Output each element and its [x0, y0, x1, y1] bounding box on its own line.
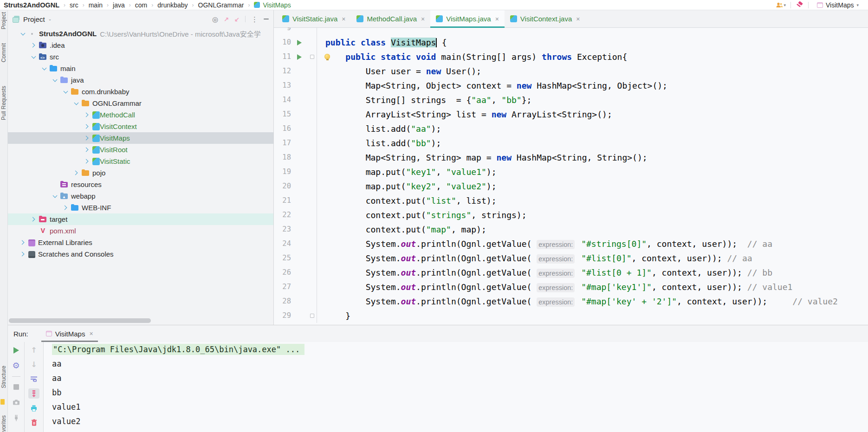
project-view-selector[interactable]: Project ⌄ — [13, 15, 212, 23]
fold-marker-icon[interactable] — [310, 314, 314, 318]
chevron-down-icon[interactable] — [41, 65, 48, 72]
chevron-right-icon[interactable] — [20, 251, 26, 258]
tree-item-main[interactable]: main — [8, 63, 273, 74]
chevron-right-icon[interactable] — [84, 135, 91, 142]
chevron-right-icon[interactable] — [84, 123, 91, 130]
hide-panel-icon[interactable] — [264, 19, 269, 19]
code-line-text[interactable]: list.add("bb"); — [317, 136, 868, 150]
code-line-text[interactable]: System.out.println(Ognl.getValue( expres… — [317, 280, 868, 294]
tree-item-external-libraries[interactable]: External Libraries — [8, 237, 273, 248]
chevron-right-icon[interactable] — [31, 42, 37, 49]
tree-item-visitroot[interactable]: VisitRoot — [8, 144, 273, 155]
users-icon[interactable]: ▾ — [776, 2, 786, 8]
breadcrumb-item[interactable]: drunkbaby — [157, 1, 188, 9]
editor-tab-visitmaps-java[interactable]: VisitMaps.java× — [430, 10, 505, 27]
tree-item-visitstatic[interactable]: VisitStatic — [8, 155, 273, 167]
toolwindow-button-structure[interactable]: Structure — [0, 366, 7, 388]
code-editor[interactable]: 910public class VisitMaps {11 public sta… — [274, 28, 868, 325]
build-hammer-icon[interactable] — [796, 1, 803, 8]
soft-wrap-icon[interactable] — [28, 374, 39, 384]
chevron-down-icon[interactable] — [63, 89, 69, 95]
attach-icon[interactable] — [11, 412, 22, 423]
scroll-to-end-icon[interactable] — [28, 388, 39, 399]
tree-item-resources[interactable]: resources — [8, 179, 273, 190]
close-icon[interactable]: × — [89, 330, 93, 337]
code-line-text[interactable]: context.put("list", list); — [317, 193, 868, 208]
close-icon[interactable]: × — [576, 15, 580, 23]
code-line-text[interactable]: public class VisitMaps { — [317, 35, 868, 50]
breadcrumb-item[interactable]: com — [135, 1, 147, 9]
stop-icon[interactable] — [11, 381, 22, 393]
run-console[interactable]: "C:\Program Files\Java\jdk1.8.0_65\bin\j… — [44, 342, 868, 432]
chevron-right-icon[interactable] — [20, 239, 26, 246]
chevron-down-icon[interactable] — [52, 193, 58, 200]
code-line-text[interactable]: } — [317, 309, 868, 323]
tree-item-visitmaps[interactable]: VisitMaps — [8, 132, 273, 144]
rerun-icon[interactable] — [11, 345, 22, 356]
chevron-down-icon[interactable] — [52, 77, 58, 84]
code-line-text[interactable] — [317, 28, 868, 35]
locate-icon[interactable]: ◎ — [212, 16, 218, 23]
code-line-text[interactable]: list.add("aa"); — [317, 122, 868, 136]
tree-item-methodcall[interactable]: MethodCall — [8, 109, 273, 121]
toolwindow-button-project[interactable]: Project — [0, 12, 7, 29]
chevron-down-icon[interactable] — [20, 31, 26, 37]
breadcrumb-item[interactable]: OGNLGrammar — [198, 1, 244, 9]
collapse-all-icon[interactable]: ↙ — [234, 16, 240, 22]
code-line-text[interactable]: map.put("key2", "value2"); — [317, 179, 868, 193]
breadcrumb-item[interactable]: VisitMaps — [254, 1, 291, 9]
close-icon[interactable]: × — [421, 15, 425, 23]
breadcrumb-item[interactable]: src — [70, 1, 78, 9]
editor-tab-visitcontext-java[interactable]: VisitContext.java× — [505, 10, 586, 27]
close-icon[interactable]: × — [495, 15, 499, 23]
chevron-down-icon[interactable] — [31, 54, 37, 60]
expand-all-icon[interactable]: ↗ — [224, 16, 229, 22]
settings-icon[interactable]: ⚙ — [11, 360, 22, 371]
breadcrumb-item[interactable]: Struts2AndOGNL — [4, 1, 59, 9]
tree-item-pom-xml[interactable]: Vpom.xml — [8, 225, 273, 237]
tree-item-visitcontext[interactable]: VisitContext — [8, 121, 273, 132]
intention-bulb-icon[interactable] — [324, 54, 330, 59]
editor-tab-methodcall-java[interactable]: MethodCall.java× — [351, 10, 430, 27]
tree-item-target[interactable]: target — [8, 213, 273, 225]
up-arrow-icon[interactable]: ↑ — [28, 345, 39, 355]
code-line-text[interactable]: System.out.println(Ognl.getValue( expres… — [317, 251, 868, 265]
chevron-right-icon[interactable] — [84, 112, 91, 118]
tree-item-struts2andognl[interactable]: Struts2AndOGNLC:\Users\VanHurts\OneDrive… — [8, 28, 273, 39]
toolwindow-button-pull-requests[interactable]: Pull Requests — [0, 86, 7, 120]
code-line-text[interactable]: map.put("key1", "value1"); — [317, 165, 868, 179]
code-line-text[interactable]: String[] strings = {"aa", "bb"}; — [317, 93, 868, 107]
thread-dump-icon[interactable] — [11, 397, 22, 408]
run-line-icon[interactable] — [297, 54, 302, 60]
toolwindow-button-favorites[interactable]: Favorites — [0, 415, 7, 432]
down-arrow-icon[interactable]: ↓ — [28, 359, 39, 369]
code-line-text[interactable]: public static void main(String[] args) t… — [317, 50, 868, 64]
chevron-right-icon[interactable] — [84, 147, 91, 153]
code-line-text[interactable]: context.put("strings", strings); — [317, 208, 868, 222]
tree-item--idea[interactable]: .idea — [8, 39, 273, 51]
tree-item-scratches-and-consoles[interactable]: Scratches and Consoles — [8, 248, 273, 260]
code-line-text[interactable]: System.out.println(Ognl.getValue( expres… — [317, 237, 868, 251]
tree-item-src[interactable]: <>src — [8, 51, 273, 63]
chevron-right-icon[interactable] — [63, 205, 69, 211]
code-line-text[interactable]: ArrayList<String> list = new ArrayList<S… — [317, 107, 868, 122]
clear-all-icon[interactable] — [28, 418, 39, 428]
horizontal-scrollbar[interactable] — [9, 318, 151, 323]
code-line-text[interactable]: System.out.println(Ognl.getValue( expres… — [317, 294, 868, 309]
fold-marker-icon[interactable] — [310, 55, 314, 59]
tree-item-com-drunkbaby[interactable]: com.drunkbaby — [8, 86, 273, 97]
code-line-text[interactable]: Map<String, String> map = new HashMap<St… — [317, 150, 868, 165]
run-line-icon[interactable] — [297, 40, 302, 45]
breadcrumb-item[interactable]: main — [89, 1, 103, 9]
chevron-right-icon[interactable] — [31, 216, 37, 223]
editor-tab-visitstatic-java[interactable]: VisitStatic.java× — [277, 10, 351, 27]
more-options-icon[interactable]: ⋮ — [251, 16, 258, 23]
tree-item-web-inf[interactable]: WEB-INF — [8, 202, 273, 213]
chevron-right-icon[interactable] — [84, 158, 91, 165]
chevron-down-icon[interactable] — [73, 100, 80, 107]
tree-item-java[interactable]: java — [8, 74, 273, 86]
breadcrumb-item[interactable]: java — [113, 1, 125, 9]
toolwindow-button-commit[interactable]: Commit — [0, 43, 7, 62]
tree-item-pojo[interactable]: pojo — [8, 167, 273, 179]
chevron-right-icon[interactable] — [73, 170, 80, 176]
